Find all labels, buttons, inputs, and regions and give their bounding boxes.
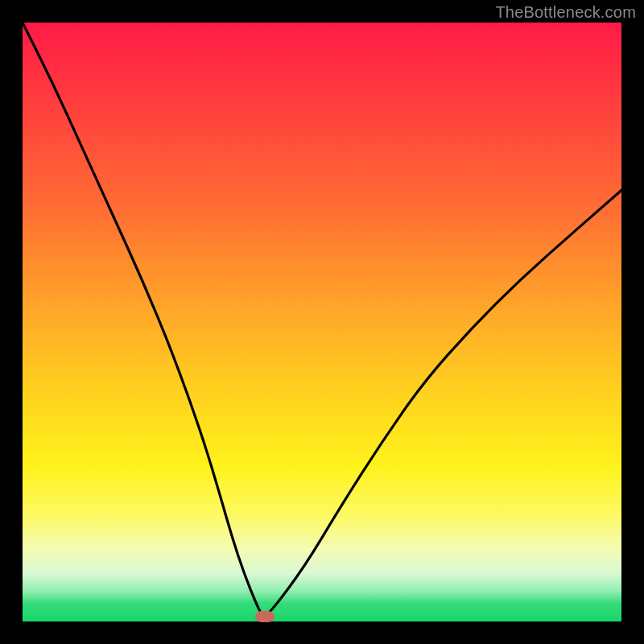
- optimum-marker: [255, 611, 275, 622]
- bottleneck-curve: [23, 23, 621, 621]
- chart-frame: TheBottleneck.com: [0, 0, 644, 644]
- plot-area: [23, 23, 621, 621]
- watermark-text: TheBottleneck.com: [495, 3, 636, 22]
